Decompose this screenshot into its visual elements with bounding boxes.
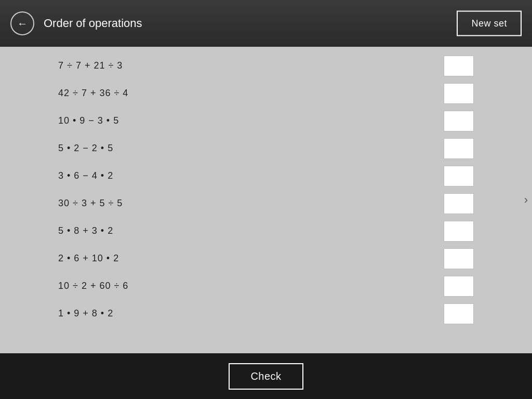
answer-input[interactable]	[444, 193, 474, 214]
new-set-button[interactable]: New set	[457, 11, 522, 36]
answer-input[interactable]	[444, 83, 474, 104]
answer-input[interactable]	[444, 56, 474, 76]
problem-expression: 5 • 8 + 3 • 2	[58, 225, 113, 236]
problem-expression: 1 • 9 + 8 • 2	[58, 308, 113, 319]
answer-input[interactable]	[444, 248, 474, 269]
problem-expression: 10 ÷ 2 + 60 ÷ 6	[58, 281, 128, 291]
table-row: 10 • 9 − 3 • 5	[53, 107, 479, 135]
answer-input[interactable]	[444, 221, 474, 242]
table-row: 5 • 2 − 2 • 5	[53, 135, 479, 162]
answer-input[interactable]	[444, 276, 474, 297]
table-row: 42 ÷ 7 + 36 ÷ 4	[53, 79, 479, 107]
problem-expression: 3 • 6 − 4 • 2	[58, 170, 113, 181]
table-row: 7 ÷ 7 + 21 ÷ 3	[53, 52, 479, 79]
answer-input[interactable]	[444, 111, 474, 131]
answer-input[interactable]	[444, 166, 474, 187]
answer-input[interactable]	[444, 138, 474, 159]
check-button[interactable]: Check	[229, 363, 303, 390]
chevron-right-icon[interactable]: ›	[524, 193, 528, 207]
table-row: 5 • 8 + 3 • 2	[53, 217, 479, 245]
table-row: 3 • 6 − 4 • 2	[53, 162, 479, 190]
table-row: 2 • 6 + 10 • 2	[53, 245, 479, 272]
problem-expression: 2 • 6 + 10 • 2	[58, 253, 119, 264]
answer-input[interactable]	[444, 303, 474, 324]
header: ← Order of operations New set	[0, 0, 532, 47]
problem-expression: 7 ÷ 7 + 21 ÷ 3	[58, 60, 123, 71]
back-icon: ←	[17, 18, 28, 30]
table-row: 30 ÷ 3 + 5 ÷ 5	[53, 190, 479, 217]
problem-expression: 30 ÷ 3 + 5 ÷ 5	[58, 198, 123, 209]
problems-list: 7 ÷ 7 + 21 ÷ 342 ÷ 7 + 36 ÷ 410 • 9 − 3 …	[53, 52, 479, 327]
footer: Check	[0, 353, 532, 399]
table-row: 10 ÷ 2 + 60 ÷ 6	[53, 272, 479, 300]
table-row: 1 • 9 + 8 • 2	[53, 300, 479, 327]
page-title: Order of operations	[44, 17, 142, 30]
problem-expression: 5 • 2 − 2 • 5	[58, 143, 113, 154]
problems-area: 7 ÷ 7 + 21 ÷ 342 ÷ 7 + 36 ÷ 410 • 9 − 3 …	[0, 47, 532, 353]
back-button[interactable]: ←	[10, 11, 34, 35]
problem-expression: 42 ÷ 7 + 36 ÷ 4	[58, 88, 128, 99]
problem-expression: 10 • 9 − 3 • 5	[58, 115, 119, 126]
